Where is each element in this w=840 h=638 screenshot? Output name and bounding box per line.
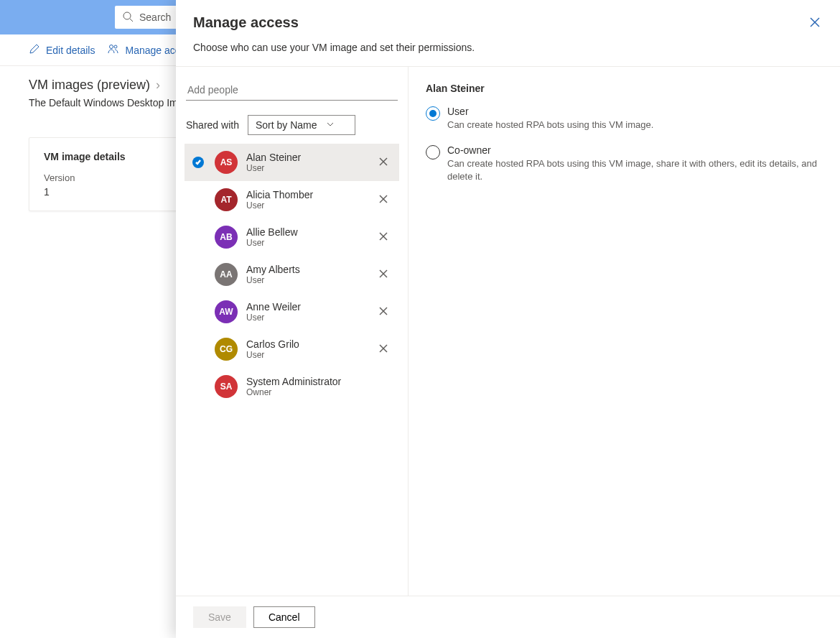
remove-person-button[interactable]: [373, 306, 393, 318]
person-text: System AdministratorOwner: [246, 376, 365, 397]
permission-option[interactable]: UserCan create hosted RPA bots using thi…: [426, 106, 823, 131]
person-name: Allie Bellew: [246, 226, 365, 238]
chevron-right-icon: ›: [156, 78, 160, 93]
avatar: CG: [215, 338, 238, 361]
avatar: AW: [215, 300, 238, 323]
svg-point-2: [110, 45, 113, 49]
avatar: AT: [215, 188, 238, 211]
permissions-column: Alan Steiner UserCan create hosted RPA b…: [409, 67, 840, 596]
check-slot: [190, 157, 206, 168]
person-role: User: [246, 313, 365, 323]
radio-dot: [429, 110, 437, 117]
search-icon: [122, 11, 139, 24]
person-row[interactable]: SASystem AdministratorOwner: [185, 368, 399, 405]
shared-with-label: Shared with: [186, 119, 239, 131]
person-role: Owner: [246, 387, 365, 397]
breadcrumb-root[interactable]: VM images (preview): [29, 78, 150, 93]
close-icon: [379, 194, 388, 205]
permission-description: Can create hosted RPA bots using this VM…: [447, 119, 653, 131]
person-text: Allie BellewUser: [246, 226, 365, 248]
person-row[interactable]: AAAmy AlbertsUser: [185, 256, 399, 293]
add-people-input[interactable]: [186, 80, 398, 101]
panel-columns: Shared with Sort by Name ASAlan SteinerU…: [176, 66, 840, 596]
avatar: AA: [215, 263, 238, 286]
check-icon: [192, 157, 204, 168]
person-text: Anne WeilerUser: [246, 301, 365, 323]
avatar: AB: [215, 226, 238, 249]
people-list: ASAlan SteinerUserATAlicia ThomberUserAB…: [185, 144, 399, 596]
permission-text: UserCan create hosted RPA bots using thi…: [447, 106, 653, 131]
close-icon: [810, 17, 820, 29]
close-icon: [379, 231, 388, 243]
remove-person-button[interactable]: [373, 231, 393, 243]
edit-details-button[interactable]: Edit details: [29, 43, 95, 57]
person-name: Anne Weiler: [246, 301, 365, 313]
close-icon: [379, 343, 388, 355]
panel-header: Manage access: [176, 0, 840, 42]
panel-subtitle: Choose who can use your VM image and set…: [176, 42, 840, 66]
svg-point-3: [114, 45, 117, 48]
person-role: User: [246, 163, 365, 173]
person-role: User: [246, 275, 365, 285]
remove-person-button[interactable]: [373, 269, 393, 280]
permission-text: Co-ownerCan create hosted RPA bots using…: [447, 144, 823, 183]
chevron-down-icon: [326, 119, 335, 131]
panel-footer: Save Cancel: [176, 596, 840, 638]
close-icon: [379, 157, 388, 168]
sort-row: Shared with Sort by Name: [186, 115, 398, 135]
edit-details-label: Edit details: [46, 45, 95, 56]
search-placeholder: Search: [139, 11, 171, 23]
close-button[interactable]: [807, 14, 823, 33]
radio-button[interactable]: [426, 145, 440, 160]
close-icon: [379, 306, 388, 318]
cancel-button[interactable]: Cancel: [253, 606, 315, 628]
remove-person-button[interactable]: [373, 194, 393, 205]
panel-title: Manage access: [193, 14, 299, 31]
avatar: SA: [215, 375, 238, 398]
remove-person-button[interactable]: [373, 343, 393, 355]
save-button[interactable]: Save: [193, 606, 246, 628]
radio-button[interactable]: [426, 106, 440, 121]
pencil-icon: [29, 43, 40, 57]
close-icon: [379, 269, 388, 280]
person-role: User: [246, 238, 365, 248]
avatar: AS: [215, 151, 238, 174]
manage-access-panel: Manage access Choose who can use your VM…: [176, 0, 840, 638]
permission-title: Co-owner: [447, 144, 823, 156]
person-row[interactable]: AWAnne WeilerUser: [185, 293, 399, 330]
person-name: Alicia Thomber: [246, 189, 365, 200]
person-text: Alicia ThomberUser: [246, 189, 365, 211]
person-text: Amy AlbertsUser: [246, 264, 365, 285]
people-column: Shared with Sort by Name ASAlan SteinerU…: [176, 67, 409, 596]
permission-option[interactable]: Co-ownerCan create hosted RPA bots using…: [426, 144, 823, 183]
person-text: Carlos GriloUser: [246, 338, 365, 360]
remove-person-button[interactable]: [373, 157, 393, 168]
person-row[interactable]: ABAllie BellewUser: [185, 218, 399, 256]
people-icon: [108, 43, 119, 57]
person-role: User: [246, 350, 365, 360]
person-name: Amy Alberts: [246, 264, 365, 275]
permission-description: Can create hosted RPA bots using this VM…: [447, 157, 823, 183]
person-row[interactable]: ASAlan SteinerUser: [185, 144, 399, 181]
person-row[interactable]: CGCarlos GriloUser: [185, 330, 399, 368]
person-row[interactable]: ATAlicia ThomberUser: [185, 181, 399, 218]
person-name: Carlos Grilo: [246, 338, 365, 350]
sort-dropdown[interactable]: Sort by Name: [248, 115, 355, 135]
person-role: User: [246, 200, 365, 211]
permission-title: User: [447, 106, 653, 117]
person-name: System Administrator: [246, 376, 365, 387]
sort-selected-label: Sort by Name: [256, 119, 317, 131]
person-name: Alan Steiner: [246, 152, 365, 163]
svg-line-1: [130, 19, 133, 22]
selected-person-name: Alan Steiner: [426, 83, 823, 94]
svg-point-0: [123, 12, 131, 19]
person-text: Alan SteinerUser: [246, 152, 365, 173]
